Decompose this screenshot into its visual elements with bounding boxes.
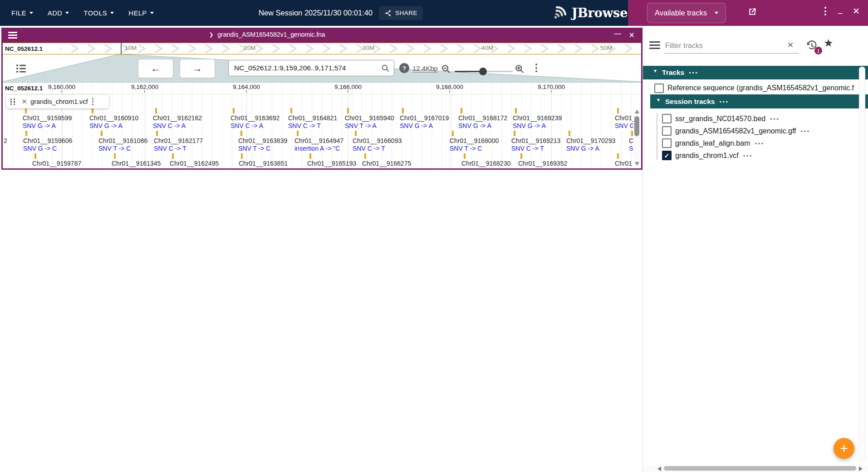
- jbrowse-logo: JBrowse: [550, 3, 628, 22]
- track-item-menu-icon[interactable]: [796, 127, 810, 135]
- track-item-menu-icon[interactable]: [750, 139, 764, 148]
- drawer-minimize-icon[interactable]: _: [838, 5, 843, 14]
- track-vertical-scrollbar[interactable]: [633, 108, 640, 167]
- share-button[interactable]: SHARE: [379, 6, 423, 20]
- variant-feature[interactable]: Chr01__9169213 SNV C -> T: [511, 131, 560, 152]
- zoom-level-label[interactable]: 12.4Kbp: [412, 64, 438, 73]
- track-selector-menu-icon[interactable]: [649, 41, 660, 51]
- scroll-right-arrow-icon[interactable]: [859, 467, 863, 471]
- open-track-selector-icon[interactable]: [15, 63, 27, 74]
- variant-feature[interactable]: Chr01__9160910 SNV G -> A: [89, 108, 138, 129]
- category-menu-icon[interactable]: [715, 98, 729, 106]
- zoom-out-icon[interactable]: [441, 64, 451, 74]
- track-checkbox[interactable]: ✓: [662, 151, 672, 160]
- variant-feature[interactable]: Chr01__9159787: [32, 153, 81, 167]
- search-help-icon[interactable]: ?: [399, 63, 409, 73]
- variant-feature[interactable]: Chr01__9165193: [307, 153, 356, 167]
- variant-feature[interactable]: Chr01__9167019 SNV G -> A: [400, 108, 449, 129]
- collapse-caret-icon: ▾: [654, 68, 657, 74]
- variant-name: Chr01__9161086: [98, 137, 147, 144]
- variant-glyph-icon: [101, 131, 103, 136]
- session-tracks-header[interactable]: ▾ Session tracks: [650, 94, 868, 108]
- menu-label: ADD: [48, 10, 62, 17]
- overview-marker-label: 20M: [244, 44, 255, 51]
- view-menu-icon[interactable]: [8, 32, 17, 40]
- drawer-tab-available-tracks[interactable]: Available tracks: [647, 3, 726, 23]
- menu-button[interactable]: ADD: [48, 10, 69, 17]
- view-minimize-icon[interactable]: —: [614, 30, 621, 38]
- variant-feature[interactable]: Chr01__9166275: [362, 153, 411, 167]
- track-checkbox[interactable]: ✓: [662, 114, 672, 123]
- variant-feature[interactable]: Chr01__9169239 SNV G -> A: [513, 108, 562, 129]
- reference-checkbox[interactable]: ✓: [654, 84, 664, 93]
- variant-feature[interactable]: Chr01: [615, 153, 632, 167]
- tracks-category-header[interactable]: ▾ Tracks: [643, 66, 868, 79]
- reference-sequence-row[interactable]: ✓ Reference sequence (grandis_ASM1654582…: [654, 83, 866, 93]
- favorites-star-icon[interactable]: ★: [824, 37, 834, 49]
- scroll-left-arrow-icon[interactable]: [657, 467, 661, 471]
- track-item-menu-icon[interactable]: [765, 115, 780, 123]
- view-extra-menu-icon[interactable]: [535, 64, 537, 72]
- overview-scalebar[interactable]: NC_052612.1 10M20M30M40M50M: [3, 43, 641, 54]
- variant-feature[interactable]: Chr01__9161345: [112, 153, 161, 167]
- location-search-input[interactable]: [229, 64, 381, 72]
- track-list-item[interactable]: ✓ grandis_chrom1.vcf: [662, 149, 866, 162]
- drawer-close-icon[interactable]: ✕: [853, 6, 860, 16]
- scroll-up-arrow-icon[interactable]: [635, 110, 639, 113]
- scrollbar-thumb[interactable]: [634, 116, 639, 136]
- variant-feature[interactable]: Chr01__9168230: [461, 153, 510, 167]
- track-name: grandis_chrom1.vcf: [30, 98, 88, 105]
- variant-feature[interactable]: Chr01__9162162 SNV C -> A: [153, 108, 202, 129]
- variant-feature[interactable]: Chr01__9168172 SNV G -> A: [458, 108, 507, 129]
- track-label-box[interactable]: ✕ grandis_chrom1.vcf: [6, 95, 109, 108]
- drag-handle-icon[interactable]: [10, 98, 15, 105]
- clear-filter-icon[interactable]: ✕: [787, 40, 794, 50]
- variant-type: SNV T -> C: [238, 145, 287, 152]
- variant-feature[interactable]: Chr01__9164821 SNV C -> T: [288, 108, 337, 129]
- variant-feature[interactable]: Chr01__9168000 SNV T -> C: [450, 131, 499, 152]
- variant-feature[interactable]: Chr01__9161086 SNV T -> C: [98, 131, 147, 152]
- add-connection-fab-button[interactable]: +: [834, 438, 854, 459]
- drawer-kebab-menu-icon[interactable]: [824, 7, 826, 15]
- scroll-down-arrow-icon[interactable]: [635, 162, 639, 166]
- pan-right-button[interactable]: →: [180, 59, 215, 78]
- track-item-menu-icon[interactable]: [739, 152, 753, 160]
- zoom-in-icon[interactable]: [515, 64, 525, 74]
- variant-feature[interactable]: Chr01__9163839 SNV T -> C: [238, 131, 287, 152]
- filter-tracks-input[interactable]: [664, 39, 799, 54]
- variant-feature[interactable]: Chr01__9162495: [170, 153, 219, 167]
- track-checkbox[interactable]: ✓: [662, 138, 672, 148]
- menu-button[interactable]: TOOLS: [83, 10, 114, 17]
- track-close-icon[interactable]: ✕: [22, 98, 28, 106]
- search-icon[interactable]: [381, 64, 390, 73]
- zoom-slider[interactable]: [455, 71, 513, 72]
- track-list-item[interactable]: ✓ ssr_grandis_NC014570.bed: [662, 113, 866, 125]
- drawer-vertical-scrollbar[interactable]: [859, 67, 865, 462]
- view-controls-row: ← → ? 12.4Kbp: [3, 54, 641, 83]
- pan-left-button[interactable]: ←: [138, 59, 173, 78]
- open-in-new-window-icon[interactable]: [748, 7, 757, 16]
- variant-feature[interactable]: Chr01__9169352: [518, 153, 567, 167]
- variant-feature[interactable]: Chr01__9170293 SNV G -> A: [566, 131, 615, 152]
- variant-feature[interactable]: Chr01__9165940 SNV T -> A: [345, 108, 394, 129]
- track-list-item[interactable]: ✓ grandis_leaf_align.bam: [662, 137, 866, 149]
- category-menu-icon[interactable]: [684, 69, 698, 77]
- menu-button[interactable]: FILE: [11, 10, 33, 17]
- variant-feature[interactable]: Chr01__9163851: [239, 153, 288, 167]
- variant-feature[interactable]: Chr01__9163692 SNV C -> A: [230, 108, 280, 129]
- zoom-slider-thumb[interactable]: [479, 68, 487, 75]
- menu-button[interactable]: HELP: [128, 10, 153, 17]
- view-close-icon[interactable]: ✕: [629, 31, 635, 39]
- variant-feature[interactable]: Chr01__9162177 SNV C -> T: [154, 131, 203, 152]
- variant-feature[interactable]: Chr01__9166093 SNV C -> T: [353, 131, 402, 152]
- track-list-item[interactable]: ✓ grandis_ASM1654582v1_genomic.gff: [662, 125, 866, 137]
- track-checkbox[interactable]: ✓: [662, 126, 672, 136]
- variant-feature[interactable]: Chr01__9159606 SNV G -> C: [23, 131, 72, 152]
- variant-feature[interactable]: Chr01__9159599 SNV G -> A: [23, 108, 72, 129]
- track-display-area[interactable]: 9,160,000 9,162,000 9,164,000 9,166,000: [3, 83, 641, 168]
- scrollbar-thumb[interactable]: [664, 466, 856, 471]
- variant-feature[interactable]: Chr01__9164947 insertion A -> "C: [294, 131, 343, 152]
- track-kebab-menu-icon[interactable]: [92, 98, 93, 105]
- drawer-horizontal-scrollbar[interactable]: [643, 465, 868, 472]
- variant-feature[interactable]: 2: [4, 131, 8, 145]
